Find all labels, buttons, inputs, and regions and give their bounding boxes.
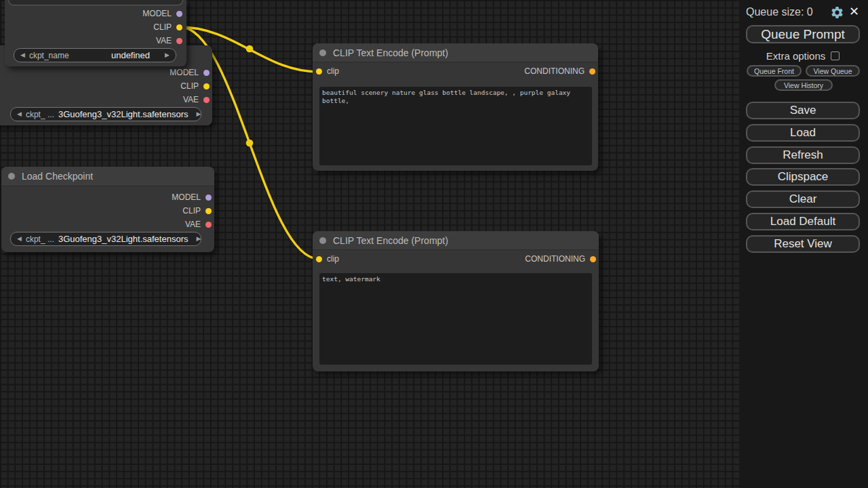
positive-prompt-textarea[interactable]: beautiful scenery nature glass bottle la…: [319, 87, 592, 165]
model-port-dot[interactable]: [203, 70, 210, 76]
output-label: MODEL: [170, 68, 199, 77]
settings-gear-icon[interactable]: [830, 5, 844, 20]
combo-left-arrow-icon[interactable]: ◀: [20, 52, 25, 58]
output-slot-clip[interactable]: CLIP: [182, 204, 212, 218]
clip-input-dot[interactable]: [316, 68, 322, 75]
negative-prompt-textarea[interactable]: text, watermark: [319, 273, 592, 365]
reset-view-button[interactable]: Reset View: [746, 235, 860, 253]
combo-right-arrow-icon[interactable]: ▶: [196, 236, 201, 242]
output-slot-vae[interactable]: VAE: [185, 218, 212, 231]
node-title-bar[interactable]: Load Checkpoint: [1, 167, 214, 186]
conditioning-port-dot[interactable]: [589, 68, 595, 75]
model-port-dot[interactable]: [176, 11, 182, 17]
input-slot-clip[interactable]: clip: [316, 252, 339, 266]
ckpt-name-combo-widget[interactable]: ◀ ckpt_ ... 3Guofeng3_v32Light.safetenso…: [10, 232, 201, 246]
output-slot-conditioning[interactable]: CONDITIONING: [524, 64, 595, 78]
combo-left-arrow-icon[interactable]: ◀: [17, 111, 22, 117]
output-slot-clip[interactable]: CLIP: [180, 79, 210, 93]
output-label: CLIP: [180, 81, 199, 91]
clip-port-dot[interactable]: [176, 24, 182, 30]
node-title-bar[interactable]: CLIP Text Encode (Prompt): [313, 231, 599, 250]
widget-label: ckpt_name: [29, 51, 69, 60]
node-collapse-dot[interactable]: [319, 49, 326, 56]
refresh-button[interactable]: Refresh: [746, 146, 860, 164]
output-label: MODEL: [142, 9, 172, 18]
widget-label: ckpt_ ...: [26, 235, 54, 244]
output-slot-model[interactable]: MODEL: [172, 190, 212, 204]
node-clip-text-encode-negative[interactable]: CLIP Text Encode (Prompt) clip CONDITION…: [313, 231, 599, 371]
output-label: VAE: [156, 36, 172, 45]
widget-label: ckpt_ ...: [26, 110, 54, 119]
output-slot-conditioning[interactable]: CONDITIONING: [525, 252, 596, 266]
conditioning-port-dot[interactable]: [590, 256, 596, 262]
widget-value: 3Guofeng3_v32Light.safetensors: [58, 234, 189, 244]
close-icon[interactable]: ✕: [849, 4, 859, 18]
node-title-bar[interactable]: CLIP Text Encode (Prompt): [313, 43, 598, 62]
vae-port-dot[interactable]: [203, 97, 210, 103]
node-load-checkpoint[interactable]: Load Checkpoint MODEL CLIP VAE ◀ ckpt_ .…: [1, 167, 214, 252]
save-button[interactable]: Save: [746, 102, 860, 119]
queue-prompt-button[interactable]: Queue Prompt: [746, 25, 860, 43]
vae-port-dot[interactable]: [205, 222, 212, 228]
node-title: Load Checkpoint: [22, 171, 93, 182]
vae-port-dot[interactable]: [176, 38, 182, 44]
clipspace-button[interactable]: Clipspace: [746, 168, 860, 186]
output-label: VAE: [185, 220, 201, 229]
clip-input-dot[interactable]: [316, 256, 322, 262]
queue-size-label: Queue size: 0: [746, 6, 813, 18]
output-label: CLIP: [182, 206, 201, 216]
output-slot-model[interactable]: MODEL: [142, 7, 182, 20]
queue-front-button[interactable]: Queue Front: [747, 65, 802, 77]
clip-port-dot[interactable]: [205, 208, 212, 214]
widget-value: undefined: [111, 50, 150, 60]
input-label: clip: [327, 66, 339, 76]
node-title: CLIP Text Encode (Prompt): [333, 235, 448, 246]
output-label: CONDITIONING: [524, 66, 585, 76]
load-button[interactable]: Load: [746, 124, 860, 142]
node-load-checkpoint-top[interactable]: MODEL CLIP VAE ◀ ckpt_name undefined ▶: [5, 0, 186, 66]
clipped-widget-fragment: [8, 0, 183, 5]
ckpt-name-combo-widget[interactable]: ◀ ckpt_name undefined ▶: [14, 48, 176, 62]
output-label: MODEL: [172, 192, 201, 202]
combo-right-arrow-icon[interactable]: ▶: [165, 52, 170, 58]
output-slot-vae[interactable]: VAE: [183, 93, 210, 106]
output-slot-model[interactable]: MODEL: [170, 66, 210, 79]
node-collapse-dot[interactable]: [8, 173, 15, 180]
output-label: CONDITIONING: [525, 254, 585, 264]
widget-value: 3Guofeng3_v32Light.safetensors: [58, 109, 189, 119]
output-slot-clip[interactable]: CLIP: [153, 20, 182, 34]
extra-options-label: Extra options: [766, 50, 826, 62]
input-slot-clip[interactable]: clip: [316, 64, 339, 78]
clip-port-dot[interactable]: [203, 83, 210, 89]
combo-right-arrow-icon[interactable]: ▶: [196, 111, 201, 117]
node-collapse-dot[interactable]: [319, 237, 326, 244]
output-slot-vae[interactable]: VAE: [156, 34, 182, 47]
input-label: clip: [327, 254, 339, 264]
ckpt-name-combo-widget[interactable]: ◀ ckpt_ ... 3Guofeng3_v32Light.safetenso…: [10, 107, 201, 121]
extra-options-checkbox[interactable]: [831, 52, 840, 60]
comfy-menu-panel: Queue size: 0 ✕ Queue Prompt Extra optio…: [739, 0, 868, 488]
output-label: CLIP: [153, 22, 172, 32]
load-default-button[interactable]: Load Default: [746, 213, 860, 230]
combo-left-arrow-icon[interactable]: ◀: [17, 236, 22, 242]
node-title: CLIP Text Encode (Prompt): [333, 47, 448, 58]
view-queue-button[interactable]: View Queue: [806, 65, 860, 77]
comfyui-app: MODEL CLIP VAE ◀ ckpt_ ... 3Guofeng3_v32…: [0, 0, 868, 488]
view-history-button[interactable]: View History: [774, 79, 833, 91]
extra-options-row: Extra options: [746, 50, 860, 62]
model-port-dot[interactable]: [205, 195, 212, 201]
clear-button[interactable]: Clear: [746, 190, 860, 208]
node-clip-text-encode-positive[interactable]: CLIP Text Encode (Prompt) clip CONDITION…: [313, 43, 598, 171]
output-label: VAE: [183, 95, 199, 104]
